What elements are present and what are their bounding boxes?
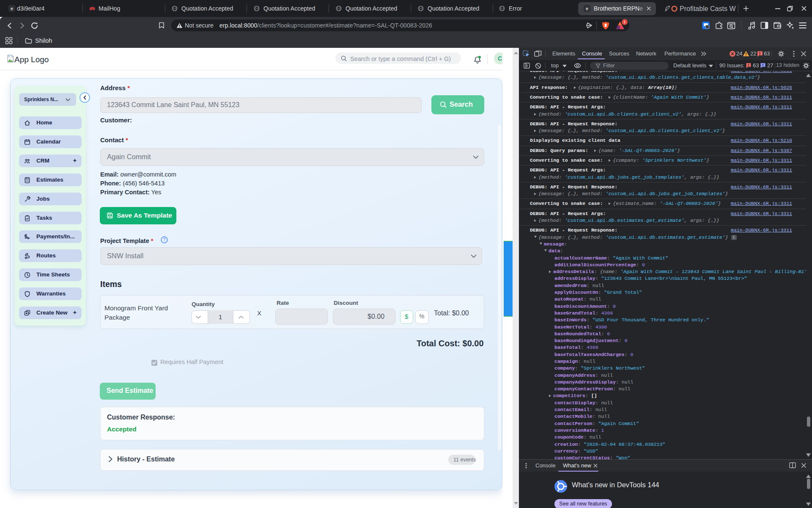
- svg-text:?: ?: [163, 237, 166, 242]
